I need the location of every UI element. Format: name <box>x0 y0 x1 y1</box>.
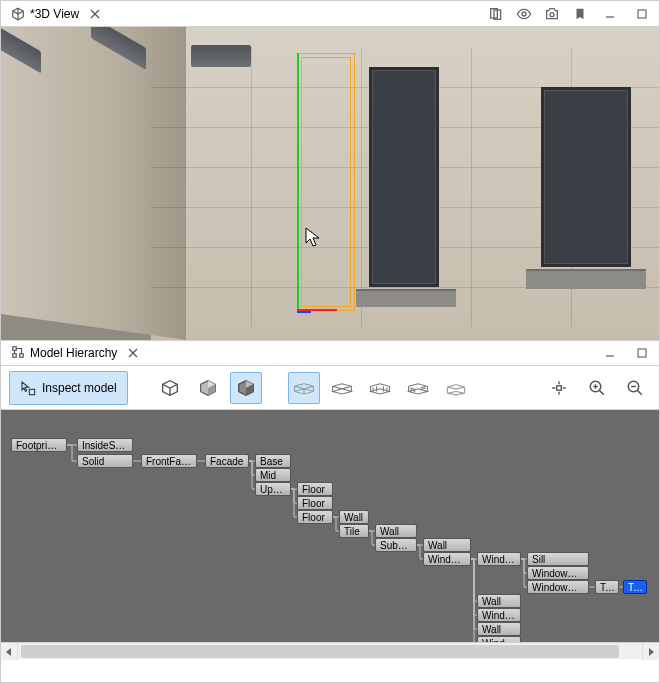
graph-node-mid[interactable]: Mid <box>255 468 291 482</box>
graph-node-window2[interactable]: Window <box>477 608 521 622</box>
graph-node-floor3[interactable]: Floor <box>297 510 333 524</box>
model-hierarchy-tab[interactable]: Model Hierarchy <box>7 343 144 364</box>
close-icon[interactable] <box>126 346 140 360</box>
svg-point-3 <box>550 12 554 16</box>
graph-node-wall4[interactable]: Wall <box>477 594 521 608</box>
model-hierarchy-title: Model Hierarchy <box>30 346 117 360</box>
inspect-model-button[interactable]: Inspect model <box>9 371 128 405</box>
minimize-button[interactable] <box>599 5 621 23</box>
scroll-left-button[interactable] <box>1 643 18 660</box>
graph-node-wall2[interactable]: Wall <box>375 524 417 538</box>
graph-node-tex[interactable]: Tex <box>595 580 619 594</box>
box-shade-icon[interactable] <box>192 372 224 404</box>
svg-rect-4 <box>638 10 646 18</box>
cube-icon <box>11 7 25 21</box>
locate-icon[interactable] <box>543 372 575 404</box>
graph-node-windows[interactable]: Windows <box>423 552 471 566</box>
iso-persp-icon[interactable] <box>440 372 472 404</box>
graph-node-subtile[interactable]: SubTile <box>375 538 417 552</box>
scroll-right-button[interactable] <box>642 643 659 660</box>
graph-node-sill[interactable]: Sill <box>527 552 589 566</box>
graph-node-insidesk[interactable]: InsideSk… <box>77 438 133 452</box>
3d-view-toolbar <box>487 5 653 23</box>
graph-node-tile[interactable]: Tile <box>339 524 369 538</box>
layers-icon[interactable] <box>487 5 505 23</box>
3d-view-tab[interactable]: *3D View <box>7 5 106 23</box>
visibility-icon[interactable] <box>515 5 533 23</box>
box-wire-icon[interactable] <box>154 372 186 404</box>
graph-node-windowas[interactable]: WindowAs… <box>527 580 589 594</box>
graph-node-solid[interactable]: Solid <box>77 454 133 468</box>
box-solid-icon[interactable] <box>230 372 262 404</box>
3d-view-title: *3D View <box>30 7 79 21</box>
iso-lines-icon[interactable] <box>364 372 396 404</box>
hierarchy-icon <box>11 345 25 362</box>
graph-node-texsel[interactable]: Tex <box>623 580 647 594</box>
maximize-button[interactable] <box>631 5 653 23</box>
3d-view-header: *3D View <box>1 1 659 27</box>
iso-box-icon[interactable] <box>288 372 320 404</box>
svg-rect-6 <box>20 353 24 357</box>
model-hierarchy-toolbar: Inspect model <box>1 366 659 410</box>
graph-node-wall3[interactable]: Wall <box>423 538 471 552</box>
graph-node-windowop[interactable]: WindowOp… <box>527 566 589 580</box>
graph-node-footprin[interactable]: Footprin… <box>11 438 67 452</box>
inspect-model-label: Inspect model <box>42 381 117 395</box>
iso-open-icon[interactable] <box>326 372 358 404</box>
graph-node-frontfac[interactable]: FrontFac… <box>141 454 197 468</box>
zoom-out-icon[interactable] <box>619 372 651 404</box>
maximize-button[interactable] <box>631 344 653 362</box>
bookmark-icon[interactable] <box>571 5 589 23</box>
hierarchy-graph[interactable]: Footprin…InsideSk…SolidFrontFac…FacadeBa… <box>1 410 659 642</box>
camera-icon[interactable] <box>543 5 561 23</box>
graph-node-wall1[interactable]: Wall <box>339 510 369 524</box>
graph-node-floor2[interactable]: Floor <box>297 496 333 510</box>
graph-node-upper[interactable]: Upper <box>255 482 291 496</box>
svg-rect-8 <box>638 349 646 357</box>
graph-node-facade[interactable]: Facade <box>205 454 249 468</box>
graph-node-window[interactable]: Window <box>477 552 521 566</box>
close-icon[interactable] <box>88 7 102 21</box>
graph-node-floor1[interactable]: Floor <box>297 482 333 496</box>
svg-rect-10 <box>557 385 562 390</box>
svg-rect-5 <box>13 346 17 350</box>
graph-node-base[interactable]: Base <box>255 454 291 468</box>
model-hierarchy-header: Model Hierarchy <box>1 340 659 366</box>
svg-point-2 <box>522 12 526 16</box>
iso-hatch-icon[interactable] <box>402 372 434 404</box>
minimize-button[interactable] <box>599 344 621 362</box>
zoom-in-icon[interactable] <box>581 372 613 404</box>
graph-node-wall5[interactable]: Wall <box>477 622 521 636</box>
3d-viewport[interactable] <box>1 27 659 340</box>
scrollbar-thumb[interactable] <box>21 645 619 658</box>
svg-rect-7 <box>13 353 17 357</box>
svg-rect-9 <box>29 389 34 394</box>
horizontal-scrollbar[interactable] <box>1 642 659 659</box>
